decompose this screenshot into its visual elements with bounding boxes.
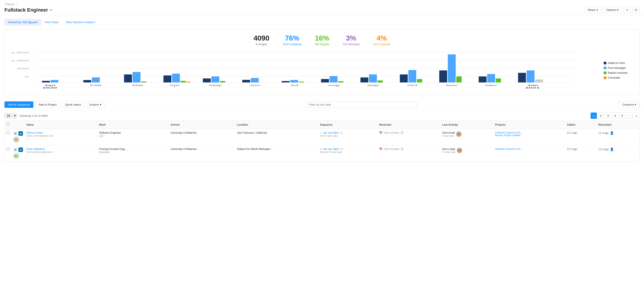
select-all-checkbox[interactable]	[6, 123, 9, 126]
project-tag-1-khari[interactable]: Software Engineers [OL…	[495, 148, 528, 150]
add-reminder-khari[interactable]: Add reminder	[383, 148, 399, 151]
tab-stats[interactable]: View Stats	[41, 19, 62, 26]
last-page-button[interactable]: »	[633, 113, 640, 119]
legend-added-dot	[604, 62, 606, 64]
contact-name-khari[interactable]: Khari Villalobos	[26, 148, 96, 151]
tab-pipeline[interactable]: View Pipeline Analytics	[62, 19, 99, 26]
add-reminder-raina[interactable]: Add reminder	[383, 131, 399, 134]
linkedin-icon-khari[interactable]: in	[18, 148, 23, 152]
svg-rect-22	[220, 81, 225, 82]
sequence-link-raina[interactable]: Ian van Dijk's	[323, 131, 339, 134]
svg-rect-21	[212, 76, 219, 82]
sequence-gear-khari[interactable]: ⚙	[340, 148, 343, 151]
svg-text:1,000: 1,000	[11, 59, 29, 62]
tab-shared[interactable]: Shared by Viet Nguyen	[4, 19, 41, 26]
next-page-button[interactable]: ›	[626, 113, 632, 119]
reminder-khari: 📅 Add reminder 📝	[377, 145, 440, 162]
svg-rect-15	[141, 82, 146, 83]
per-page-selector: 25 50 100	[4, 113, 17, 118]
page-btn-3[interactable]: 3	[605, 113, 611, 119]
col-projects: Projects	[493, 121, 565, 129]
svg-text:May: May	[209, 84, 222, 87]
avatar-khari: KV	[13, 153, 19, 159]
page-btn-4[interactable]: 4	[612, 113, 618, 119]
page-btn-5[interactable]: 5	[619, 113, 625, 119]
added-raina: 12 d ago	[565, 129, 596, 145]
svg-rect-9	[42, 81, 50, 82]
calendar-icon-khari: 📅	[379, 148, 382, 151]
svg-text:Aug: Aug	[328, 84, 339, 87]
layout-button[interactable]: ⊡	[632, 7, 640, 13]
toolbar: Add to Sequence Add to Project Quick sel…	[0, 99, 644, 111]
svg-text:1,500: 1,500	[11, 51, 29, 54]
sequence-gear-raina[interactable]: ⚙	[340, 131, 343, 134]
chart-area: 1,500 1,000 500 0	[9, 50, 635, 91]
svg-rect-12	[92, 78, 100, 83]
linkedin-icon-raina[interactable]: in	[18, 131, 23, 136]
legend-converted: Converted	[604, 76, 635, 79]
col-sequence: Sequence	[318, 121, 377, 129]
table-row: ✉ in RC Raina Combs raina.combs@gmail.co…	[5, 129, 639, 145]
col-last-activity: Last Activity	[440, 121, 493, 129]
email-icon-raina[interactable]: ✉	[13, 131, 18, 136]
breadcrumb-projects-link[interactable]: Projects	[5, 3, 14, 6]
col-location: Location	[235, 121, 318, 129]
legend-first-messages: First messages	[604, 66, 635, 70]
refresh-icon-khari[interactable]: 👤	[610, 148, 614, 151]
svg-text:Jul: Jul	[290, 84, 298, 87]
project-tag-2-raina[interactable]: Nurture Project [unfiltre…	[495, 134, 528, 137]
actions-button[interactable]: Actions ▾	[86, 101, 104, 108]
activity-avatar-khari: VD	[457, 148, 462, 153]
svg-rect-38	[448, 54, 456, 82]
svg-rect-41	[487, 74, 495, 82]
note-icon-khari[interactable]: 📝	[400, 148, 404, 151]
school-raina: University of Waterloo	[169, 129, 235, 145]
col-work: Work	[97, 121, 169, 129]
row-checkbox-raina[interactable]	[6, 131, 9, 134]
stats-numbers: 4090 In Project 76% 3115 Contacted 16% 6…	[9, 34, 635, 46]
layout-icon: ⊡	[635, 8, 637, 12]
svg-rect-26	[290, 80, 298, 82]
breadcrumb[interactable]: Projects /	[4, 3, 640, 6]
breadcrumb-separator: /	[16, 3, 17, 6]
col-added: Added	[565, 121, 596, 129]
svg-rect-32	[369, 74, 377, 82]
legend-first-label: First messages	[608, 66, 626, 70]
menu-button[interactable]: ≡	[624, 7, 630, 13]
tabs: Shared by Viet Nguyen View Stats View Pi…	[4, 19, 640, 26]
chart-legend: Added to Gem First messages Replies rece…	[604, 50, 635, 91]
svg-rect-18	[180, 81, 186, 82]
add-to-project-button[interactable]: Add to Project	[35, 101, 60, 108]
work-khari: Principal Growth Engi… Atlassian	[97, 145, 169, 162]
stats-section: 4090 In Project 76% 3115 Contacted 16% 6…	[4, 30, 640, 95]
contact-name-raina[interactable]: Raina Combs	[26, 131, 96, 134]
svg-text:500: 500	[17, 67, 29, 70]
filter-input[interactable]	[306, 101, 418, 108]
sequence-khari: ↩ Ian van Dijk's ⚙ Replied 22 days ago	[318, 145, 377, 162]
col-school: School	[169, 121, 235, 129]
reminder-raina: 📅 Add reminder 📝	[377, 129, 440, 145]
share-button[interactable]: Share ▾	[584, 7, 601, 13]
school-khari: University of Waterloo	[169, 145, 235, 162]
add-to-sequence-button[interactable]: Add to Sequence	[4, 101, 34, 108]
pagination: 1 2 3 4 5 › »	[590, 113, 640, 119]
edit-title-icon[interactable]: ✏	[50, 8, 52, 12]
quick-select-button[interactable]: Quick select	[62, 101, 84, 108]
note-icon-raina[interactable]: 📝	[400, 131, 404, 134]
svg-rect-35	[408, 70, 416, 82]
columns-button[interactable]: Columns ▾	[619, 101, 640, 108]
options-button[interactable]: Options ▾	[603, 7, 622, 13]
svg-text:Oct: Oct	[407, 84, 418, 87]
svg-rect-13	[124, 74, 132, 82]
legend-added: Added to Gem	[604, 62, 635, 65]
email-icon-khari[interactable]: ✉	[13, 148, 18, 152]
svg-text:Mar: Mar	[132, 84, 144, 87]
project-tag-1-raina[interactable]: Software Engineers [OL…	[495, 131, 528, 134]
sequence-link-khari[interactable]: Ian van Dijk's	[323, 148, 339, 151]
row-checkbox-khari[interactable]	[6, 148, 9, 150]
refresh-icon-raina[interactable]: 👤	[610, 131, 614, 135]
per-page-select[interactable]: 25 50 100	[4, 113, 17, 118]
page-btn-2[interactable]: 2	[598, 113, 604, 119]
page-btn-1[interactable]: 1	[590, 113, 597, 119]
contact-email-raina: raina.combs@gmail.com	[26, 134, 96, 137]
